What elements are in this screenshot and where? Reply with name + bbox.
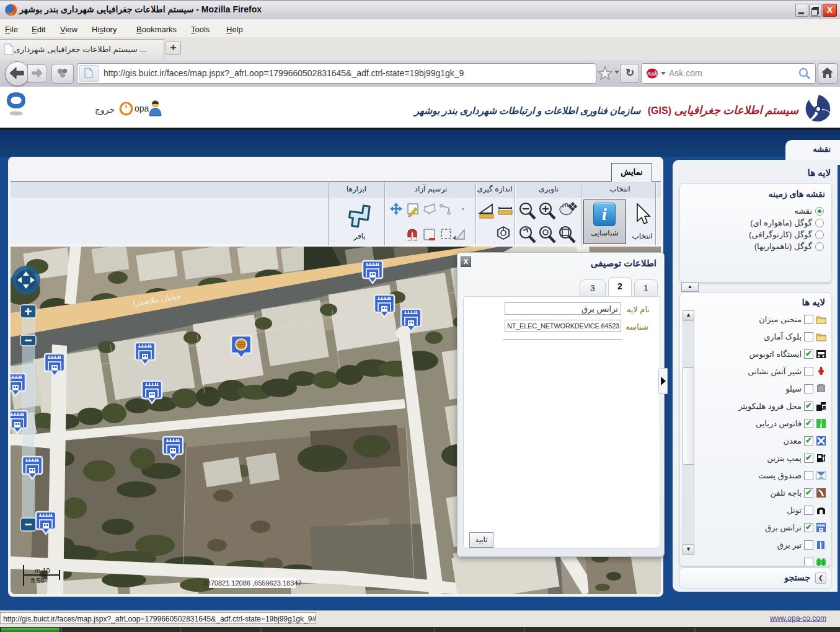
svg-text:3370821.12086 ,6559623.18347: 3370821.12086 ,6559623.18347 (203, 579, 301, 587)
svg-text:ft 50: ft 50 (31, 577, 44, 584)
svg-text:Ask: Ask (647, 71, 658, 77)
svg-text:m 10: m 10 (35, 567, 50, 574)
